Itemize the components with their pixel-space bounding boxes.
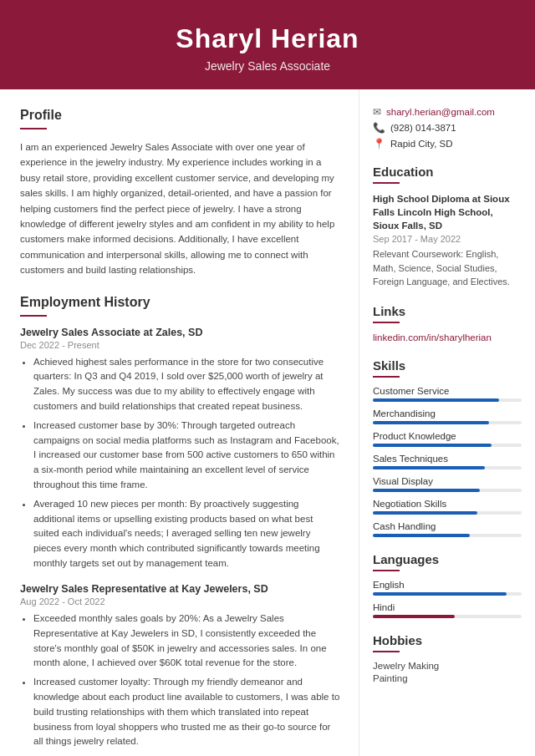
skill-bar-bg-5 xyxy=(373,489,522,492)
lang-bar-fill-1 xyxy=(373,592,507,596)
languages-section: Languages English Hindi xyxy=(373,552,522,618)
skill-bar-fill-7 xyxy=(373,534,470,537)
contact-section: ✉ sharyl.herian@gmail.com 📞 (928) 014-38… xyxy=(373,106,522,150)
skills-divider xyxy=(373,376,400,378)
education-divider xyxy=(373,182,400,184)
contact-location: Rapid City, SD xyxy=(390,139,453,149)
lang-name-2: Hindi xyxy=(373,602,522,612)
lang-bar-bg-2 xyxy=(373,615,522,618)
skill-bar-bg-7 xyxy=(373,534,522,537)
links-section: Links linkedin.com/in/sharylherian xyxy=(373,304,522,343)
job-bullets-2: Exceeded monthly sales goals by 20%: As … xyxy=(20,611,340,756)
edu-entry-1: High School Diploma at Sioux Falls Linco… xyxy=(373,192,522,289)
skill-bar-fill-5 xyxy=(373,489,480,492)
job-entry-2: Jewelry Sales Representative at Kay Jewe… xyxy=(20,583,340,756)
lang-hindi: Hindi xyxy=(373,602,522,618)
skill-customer-service: Customer Service xyxy=(373,386,522,402)
skill-bar-fill-6 xyxy=(373,511,477,515)
profile-text: I am an experienced Jewelry Sales Associ… xyxy=(20,140,340,278)
hobby-2: Painting xyxy=(373,673,522,683)
profile-section: Profile I am an experienced Jewelry Sale… xyxy=(20,108,340,278)
bullet-2-2: Increased customer loyalty: Through my f… xyxy=(33,675,340,749)
skill-sales-techniques: Sales Techniques xyxy=(373,454,522,469)
skill-name-5: Visual Display xyxy=(373,476,522,486)
skills-section: Skills Customer Service Merchandising Pr… xyxy=(373,358,522,537)
candidate-subtitle: Jewelry Sales Associate xyxy=(17,59,518,73)
bullet-1-2: Increased customer base by 30%: Through … xyxy=(33,419,340,493)
bullet-1-1: Achieved highest sales performance in th… xyxy=(33,355,340,414)
skill-name-4: Sales Techniques xyxy=(373,454,522,464)
linkedin-link[interactable]: linkedin.com/in/sharylherian xyxy=(373,332,492,342)
hobbies-divider xyxy=(373,651,400,652)
job-title-2: Jewelry Sales Representative at Kay Jewe… xyxy=(20,583,340,595)
skill-bar-bg-4 xyxy=(373,466,522,469)
hobbies-title: Hobbies xyxy=(373,633,522,647)
lang-bar-fill-2 xyxy=(373,615,455,618)
candidate-name: Sharyl Herian xyxy=(17,23,518,54)
links-divider xyxy=(373,322,400,323)
job-bullets-1: Achieved highest sales performance in th… xyxy=(20,355,340,571)
email-link[interactable]: sharyl.herian@gmail.com xyxy=(386,107,495,117)
skill-product-knowledge: Product Knowledge xyxy=(373,431,522,447)
skill-negotiation: Negotiation Skills xyxy=(373,499,522,515)
skill-bar-bg-2 xyxy=(373,421,522,424)
job-dates-2: Aug 2022 - Oct 2022 xyxy=(20,596,340,606)
edu-coursework-1: Relevant Coursework: English, Math, Scie… xyxy=(373,247,522,289)
skill-bar-bg-3 xyxy=(373,444,522,447)
skill-name-7: Cash Handling xyxy=(373,521,522,531)
lang-english: English xyxy=(373,580,522,596)
edu-degree-1: High School Diploma at Sioux Falls Linco… xyxy=(373,192,522,232)
profile-divider xyxy=(20,128,47,129)
languages-divider xyxy=(373,570,400,571)
skill-bar-fill-1 xyxy=(373,398,499,402)
links-title: Links xyxy=(373,304,522,318)
lang-name-1: English xyxy=(373,580,522,590)
skill-cash-handling: Cash Handling xyxy=(373,521,522,537)
hobby-1: Jewelry Making xyxy=(373,661,522,671)
skill-merchandising: Merchandising xyxy=(373,408,522,424)
skill-bar-fill-2 xyxy=(373,421,489,424)
education-section: Education High School Diploma at Sioux F… xyxy=(373,165,522,289)
skill-name-2: Merchandising xyxy=(373,408,522,419)
location-icon: 📍 xyxy=(373,138,385,150)
profile-title: Profile xyxy=(20,108,340,123)
skill-bar-fill-4 xyxy=(373,466,485,469)
contact-email-row: ✉ sharyl.herian@gmail.com xyxy=(373,106,522,118)
job-entry-1: Jewelry Sales Associate at Zales, SD Dec… xyxy=(20,327,340,571)
contact-phone-row: 📞 (928) 014-3871 xyxy=(373,122,522,134)
skill-name-6: Negotiation Skills xyxy=(373,499,522,509)
employment-section: Employment History Jewelry Sales Associa… xyxy=(20,295,340,756)
skills-title: Skills xyxy=(373,358,522,373)
skill-name-1: Customer Service xyxy=(373,386,522,396)
bullet-2-1: Exceeded monthly sales goals by 20%: As … xyxy=(33,611,340,671)
contact-location-row: 📍 Rapid City, SD xyxy=(373,138,522,150)
employment-divider xyxy=(20,315,47,317)
skill-name-3: Product Knowledge xyxy=(373,431,522,441)
education-title: Education xyxy=(373,165,522,179)
contact-phone: (928) 014-3871 xyxy=(390,123,456,133)
skill-bar-bg-6 xyxy=(373,511,522,515)
header: Sharyl Herian Jewelry Sales Associate xyxy=(0,0,535,89)
job-dates-1: Dec 2022 - Present xyxy=(20,340,340,350)
phone-icon: 📞 xyxy=(373,122,385,134)
email-icon: ✉ xyxy=(373,106,381,118)
hobbies-section: Hobbies Jewelry Making Painting xyxy=(373,633,522,683)
skill-bar-bg-1 xyxy=(373,398,522,402)
bullet-1-3: Averaged 10 new pieces per month: By pro… xyxy=(33,497,340,571)
skill-visual-display: Visual Display xyxy=(373,476,522,492)
lang-bar-bg-1 xyxy=(373,592,522,596)
job-title-1: Jewelry Sales Associate at Zales, SD xyxy=(20,327,340,338)
languages-title: Languages xyxy=(373,552,522,566)
employment-title: Employment History xyxy=(20,295,340,310)
edu-dates-1: Sep 2017 - May 2022 xyxy=(373,234,522,244)
skill-bar-fill-3 xyxy=(373,444,492,447)
